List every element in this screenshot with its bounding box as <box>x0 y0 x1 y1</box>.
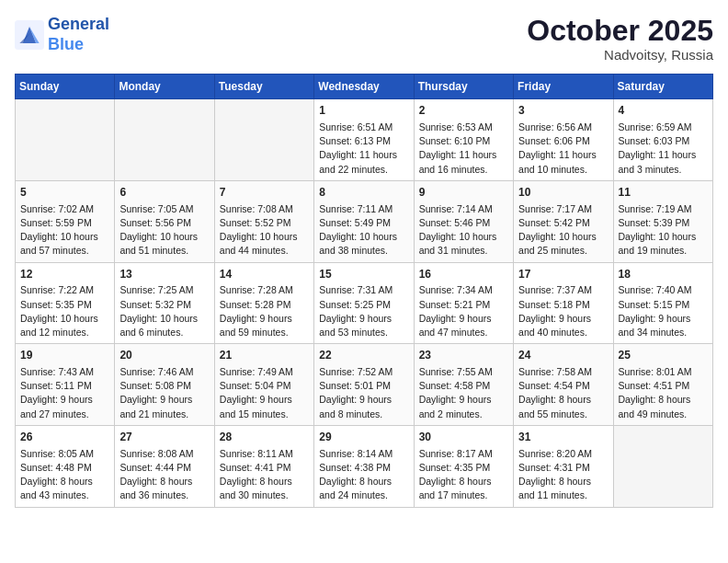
day-info: Sunrise: 7:17 AM Sunset: 5:42 PM Dayligh… <box>518 202 608 259</box>
calendar-cell: 11Sunrise: 7:19 AM Sunset: 5:39 PM Dayli… <box>613 180 712 262</box>
week-row-2: 5Sunrise: 7:02 AM Sunset: 5:59 PM Daylig… <box>16 180 713 262</box>
day-info: Sunrise: 6:56 AM Sunset: 6:06 PM Dayligh… <box>518 121 608 177</box>
day-info: Sunrise: 7:52 AM Sunset: 5:01 PM Dayligh… <box>319 365 408 421</box>
logo-text: General Blue <box>48 15 109 54</box>
calendar-cell: 4Sunrise: 6:59 AM Sunset: 6:03 PM Daylig… <box>613 99 712 181</box>
calendar-cell: 9Sunrise: 7:14 AM Sunset: 5:46 PM Daylig… <box>414 180 513 262</box>
calendar-cell <box>214 99 313 181</box>
day-info: Sunrise: 7:31 AM Sunset: 5:25 PM Dayligh… <box>319 283 408 339</box>
calendar-cell: 19Sunrise: 7:43 AM Sunset: 5:11 PM Dayli… <box>16 344 115 426</box>
day-info: Sunrise: 6:59 AM Sunset: 6:03 PM Dayligh… <box>619 121 708 177</box>
day-info: Sunrise: 7:46 AM Sunset: 5:08 PM Dayligh… <box>119 365 209 421</box>
calendar-cell: 12Sunrise: 7:22 AM Sunset: 5:35 PM Dayli… <box>16 262 115 344</box>
day-info: Sunrise: 7:58 AM Sunset: 4:54 PM Dayligh… <box>518 365 608 421</box>
logo: General Blue <box>15 15 109 54</box>
location: Nadvoitsy, Russia <box>527 47 713 63</box>
day-number: 4 <box>619 103 708 119</box>
calendar-cell: 21Sunrise: 7:49 AM Sunset: 5:04 PM Dayli… <box>214 344 313 426</box>
week-row-3: 12Sunrise: 7:22 AM Sunset: 5:35 PM Dayli… <box>16 262 713 344</box>
day-number: 15 <box>319 267 408 282</box>
day-info: Sunrise: 8:20 AM Sunset: 4:31 PM Dayligh… <box>518 447 608 503</box>
calendar-cell: 2Sunrise: 6:53 AM Sunset: 6:10 PM Daylig… <box>414 99 513 181</box>
calendar-cell: 14Sunrise: 7:28 AM Sunset: 5:28 PM Dayli… <box>214 262 313 344</box>
day-number: 23 <box>419 348 508 363</box>
day-number: 29 <box>319 430 408 445</box>
day-info: Sunrise: 7:11 AM Sunset: 5:49 PM Dayligh… <box>319 202 408 259</box>
weekday-header-tuesday: Tuesday <box>214 75 313 99</box>
calendar-cell: 7Sunrise: 7:08 AM Sunset: 5:52 PM Daylig… <box>214 180 313 262</box>
calendar-cell: 27Sunrise: 8:08 AM Sunset: 4:44 PM Dayli… <box>115 425 214 507</box>
weekday-header-saturday: Saturday <box>613 75 712 99</box>
day-number: 19 <box>20 348 109 363</box>
weekday-header-sunday: Sunday <box>16 75 115 99</box>
calendar-cell: 6Sunrise: 7:05 AM Sunset: 5:56 PM Daylig… <box>115 180 214 262</box>
calendar-cell: 29Sunrise: 8:14 AM Sunset: 4:38 PM Dayli… <box>314 425 414 507</box>
day-number: 26 <box>20 430 109 445</box>
day-number: 28 <box>220 430 309 445</box>
calendar-cell <box>115 99 214 181</box>
title-block: October 2025 Nadvoitsy, Russia <box>527 15 713 63</box>
day-number: 13 <box>119 267 209 282</box>
day-info: Sunrise: 7:22 AM Sunset: 5:35 PM Dayligh… <box>20 283 109 339</box>
calendar-cell: 25Sunrise: 8:01 AM Sunset: 4:51 PM Dayli… <box>613 344 712 426</box>
week-row-5: 26Sunrise: 8:05 AM Sunset: 4:48 PM Dayli… <box>16 425 713 507</box>
calendar-cell: 8Sunrise: 7:11 AM Sunset: 5:49 PM Daylig… <box>314 180 414 262</box>
day-number: 6 <box>119 185 209 201</box>
calendar-cell: 5Sunrise: 7:02 AM Sunset: 5:59 PM Daylig… <box>16 180 115 262</box>
weekday-header-thursday: Thursday <box>414 75 513 99</box>
day-number: 11 <box>619 185 708 201</box>
day-info: Sunrise: 7:37 AM Sunset: 5:18 PM Dayligh… <box>518 283 608 339</box>
week-row-1: 1Sunrise: 6:51 AM Sunset: 6:13 PM Daylig… <box>16 99 713 181</box>
month-title: October 2025 <box>527 15 713 47</box>
calendar-cell: 16Sunrise: 7:34 AM Sunset: 5:21 PM Dayli… <box>414 262 513 344</box>
page-header: General Blue October 2025 Nadvoitsy, Rus… <box>15 15 713 63</box>
day-number: 3 <box>518 103 608 119</box>
day-number: 5 <box>20 185 109 201</box>
calendar-cell: 17Sunrise: 7:37 AM Sunset: 5:18 PM Dayli… <box>514 262 613 344</box>
day-number: 18 <box>619 267 708 282</box>
day-number: 22 <box>319 348 408 363</box>
day-number: 25 <box>619 348 708 363</box>
day-number: 14 <box>220 267 309 282</box>
day-number: 12 <box>20 267 109 282</box>
calendar-cell: 23Sunrise: 7:55 AM Sunset: 4:58 PM Dayli… <box>414 344 513 426</box>
day-number: 21 <box>220 348 309 363</box>
calendar-cell: 30Sunrise: 8:17 AM Sunset: 4:35 PM Dayli… <box>414 425 513 507</box>
day-number: 30 <box>419 430 508 445</box>
day-info: Sunrise: 7:34 AM Sunset: 5:21 PM Dayligh… <box>419 283 508 339</box>
day-info: Sunrise: 8:14 AM Sunset: 4:38 PM Dayligh… <box>319 447 408 503</box>
calendar-cell: 13Sunrise: 7:25 AM Sunset: 5:32 PM Dayli… <box>115 262 214 344</box>
calendar-table: SundayMondayTuesdayWednesdayThursdayFrid… <box>15 74 713 507</box>
day-info: Sunrise: 7:49 AM Sunset: 5:04 PM Dayligh… <box>220 365 309 421</box>
calendar-cell: 10Sunrise: 7:17 AM Sunset: 5:42 PM Dayli… <box>514 180 613 262</box>
day-number: 31 <box>518 430 608 445</box>
calendar-cell: 20Sunrise: 7:46 AM Sunset: 5:08 PM Dayli… <box>115 344 214 426</box>
day-number: 10 <box>518 185 608 201</box>
day-info: Sunrise: 7:05 AM Sunset: 5:56 PM Dayligh… <box>119 202 209 259</box>
week-row-4: 19Sunrise: 7:43 AM Sunset: 5:11 PM Dayli… <box>16 344 713 426</box>
day-number: 9 <box>419 185 508 201</box>
weekday-header-friday: Friday <box>514 75 613 99</box>
weekday-header-row: SundayMondayTuesdayWednesdayThursdayFrid… <box>16 75 713 99</box>
calendar-cell <box>613 425 712 507</box>
day-info: Sunrise: 7:28 AM Sunset: 5:28 PM Dayligh… <box>220 283 309 339</box>
weekday-header-wednesday: Wednesday <box>314 75 414 99</box>
day-info: Sunrise: 6:51 AM Sunset: 6:13 PM Dayligh… <box>319 121 408 177</box>
day-number: 8 <box>319 185 408 201</box>
logo-icon <box>15 20 44 50</box>
weekday-header-monday: Monday <box>115 75 214 99</box>
day-number: 16 <box>419 267 508 282</box>
day-info: Sunrise: 7:08 AM Sunset: 5:52 PM Dayligh… <box>220 202 309 259</box>
day-info: Sunrise: 7:02 AM Sunset: 5:59 PM Dayligh… <box>20 202 109 259</box>
day-number: 17 <box>518 267 608 282</box>
day-number: 20 <box>119 348 209 363</box>
day-info: Sunrise: 6:53 AM Sunset: 6:10 PM Dayligh… <box>419 121 508 177</box>
calendar-cell: 3Sunrise: 6:56 AM Sunset: 6:06 PM Daylig… <box>514 99 613 181</box>
calendar-cell: 28Sunrise: 8:11 AM Sunset: 4:41 PM Dayli… <box>214 425 313 507</box>
day-info: Sunrise: 8:11 AM Sunset: 4:41 PM Dayligh… <box>220 447 309 503</box>
day-number: 1 <box>319 103 408 119</box>
day-number: 24 <box>518 348 608 363</box>
calendar-cell <box>16 99 115 181</box>
day-number: 7 <box>220 185 309 201</box>
day-number: 2 <box>419 103 508 119</box>
